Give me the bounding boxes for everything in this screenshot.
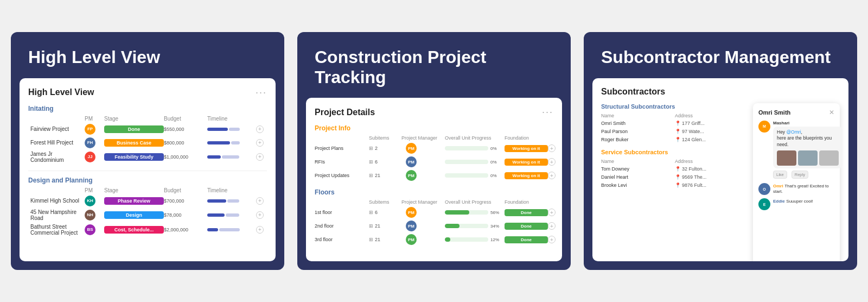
table-row: Bathurst Street Commercial Project BS Co… [28, 224, 267, 236]
add-icon[interactable]: + [548, 144, 556, 152]
card-body-header: Subcontractors [601, 87, 840, 97]
like-button[interactable]: Like [773, 171, 787, 179]
list-item: Omri Smith 📍 177 Griff... [601, 121, 749, 126]
add-icon[interactable]: + [256, 153, 264, 161]
sc-list: Structural Subcontractors Name Address O… [601, 103, 749, 262]
image-attachment [777, 150, 796, 166]
high-level-view-title: High Level View [28, 47, 267, 67]
location-icon: 📍 [675, 121, 681, 126]
add-icon[interactable]: + [548, 209, 556, 216]
progress-bar [445, 160, 488, 164]
table-row: 45 New Hampshire Road NH Design $78,000 … [28, 209, 267, 221]
initiating-title: Initating [28, 105, 267, 112]
service-table-header: Name Address [601, 159, 749, 164]
avatar: PM [406, 143, 417, 154]
table-row: 1st floor ⊞ 6 PM 56% Done + [315, 207, 553, 218]
subitems-icon: ⊞ [369, 210, 373, 215]
card-body-header: Project Details ··· [315, 106, 553, 118]
table-row: Fairview Project FP Done $550,000 + [28, 124, 267, 135]
status-badge: Cost, Schedule... [104, 226, 164, 234]
floors-title: Floors [315, 188, 553, 196]
table-row: Kimmel High School KH Phase Review $700,… [28, 196, 267, 206]
status-badge: Done [505, 209, 548, 216]
add-icon[interactable]: + [256, 197, 264, 205]
project-info-title: Project Info [315, 124, 553, 132]
add-icon[interactable]: + [548, 236, 556, 243]
add-icon[interactable]: + [256, 211, 264, 219]
table-row: 2nd floor ⊞ 21 PM 34% Done + [315, 221, 553, 231]
table-row: RFIs ⊞ 6 PM 0% Working on it + [315, 156, 553, 167]
floors-section: Floors Subitems Project Manager Overall … [315, 188, 553, 245]
avatar: PM [406, 234, 417, 245]
status-badge: Done [104, 125, 164, 133]
table-row: Project Plans ⊞ 2 PM 0% Working on it + [315, 143, 553, 154]
chat-actions: Like Reply [773, 171, 843, 179]
mention: @Omri [786, 129, 801, 135]
add-icon[interactable]: + [548, 158, 556, 166]
project-info-section: Project Info Subitems Project Manager Ov… [315, 124, 553, 181]
table-row: Forest Hill Project FH Business Case $80… [28, 137, 267, 148]
status-badge: Working on it [505, 159, 548, 166]
list-item: Daniel Heart 📍 9569 The... [601, 174, 749, 180]
subitems-icon: ⊞ [369, 223, 373, 229]
progress-bar [445, 173, 488, 178]
divider [28, 171, 267, 171]
more-options-icon[interactable]: ··· [256, 87, 267, 98]
service-section: Service Subcontractors Name Address Tom … [601, 149, 749, 188]
design-planning-table-header: PM Stage Budget Timeline [28, 187, 267, 193]
chat-header: Omri Smith ✕ [758, 109, 834, 116]
cards-container: High Level View High Level View ··· Init… [11, 32, 857, 270]
construction-tracking-body: Project Details ··· Project Info Subitem… [306, 98, 562, 261]
avatar: NH [85, 210, 95, 221]
table-row: 3rd floor ⊞ 21 PM 12% Done + [315, 234, 553, 245]
status-badge: Working on it [505, 145, 548, 152]
body-title: High Level View [28, 87, 94, 97]
add-icon[interactable]: + [548, 172, 556, 179]
subcontractor-management-card: Subcontractor Management Subcontractors … [584, 32, 857, 270]
avatar: M [758, 121, 770, 133]
add-icon[interactable]: + [256, 125, 264, 133]
table-row: James Jr Condominium JJ Feasibility Stud… [28, 151, 267, 163]
service-title: Service Subcontractors [601, 149, 749, 155]
more-options-icon[interactable]: ··· [542, 106, 553, 118]
subcontractor-management-title: Subcontractor Management [601, 47, 840, 67]
progress-bar [445, 210, 488, 215]
status-badge: Done [505, 223, 548, 230]
list-item: Tom Downey 📍 32 Fulton... [601, 166, 749, 172]
progress-bar [445, 237, 488, 242]
avatar: BS [85, 224, 95, 235]
status-badge: Working on it [505, 172, 548, 179]
chat-reply-omri: O Omri That's great! Excited to start. [758, 183, 834, 195]
avatar: PM [406, 170, 417, 181]
avatar: O [758, 183, 770, 195]
add-icon[interactable]: + [256, 226, 264, 234]
location-icon: 📍 [675, 137, 681, 142]
status-badge: Done [505, 236, 548, 243]
card-body-header: High Level View ··· [28, 87, 267, 98]
high-level-view-body: High Level View ··· Initating PM Stage B… [20, 78, 276, 262]
body-title: Project Details [315, 108, 375, 117]
avatar: PM [406, 221, 417, 231]
initiating-table-header: PM Stage Budget Timeline [28, 116, 267, 122]
avatar: PM [406, 156, 417, 167]
sc-layout: Structural Subcontractors Name Address O… [601, 103, 840, 262]
list-item: Roger Buker 📍 124 Glen... [601, 137, 749, 142]
subcontractor-management-header: Subcontractor Management [584, 32, 857, 78]
sender-name: Eddie [773, 199, 785, 204]
body-title: Subcontractors [601, 87, 665, 97]
avatar: PM [406, 207, 417, 218]
location-icon: 📍 [675, 129, 681, 134]
design-planning-section: Design and Planning PM Stage Budget Time… [28, 177, 267, 236]
table-row: Project Updates ⊞ 21 PM 0% Working on it… [315, 170, 553, 181]
reply-button[interactable]: Reply [792, 171, 808, 179]
add-icon[interactable]: + [548, 222, 556, 230]
close-icon[interactable]: ✕ [829, 109, 834, 116]
construction-tracking-card: Construction Project Tracking Project De… [297, 32, 571, 270]
avatar: FH [85, 137, 95, 148]
subitems-icon: ⊞ [369, 159, 373, 165]
avatar: KH [85, 196, 95, 206]
chat-message: M Mashari Hey @Omri,here are the bluepri… [758, 121, 834, 179]
structural-section: Structural Subcontractors Name Address O… [601, 103, 749, 142]
avatar: FP [85, 124, 95, 135]
add-icon[interactable]: + [256, 139, 264, 147]
